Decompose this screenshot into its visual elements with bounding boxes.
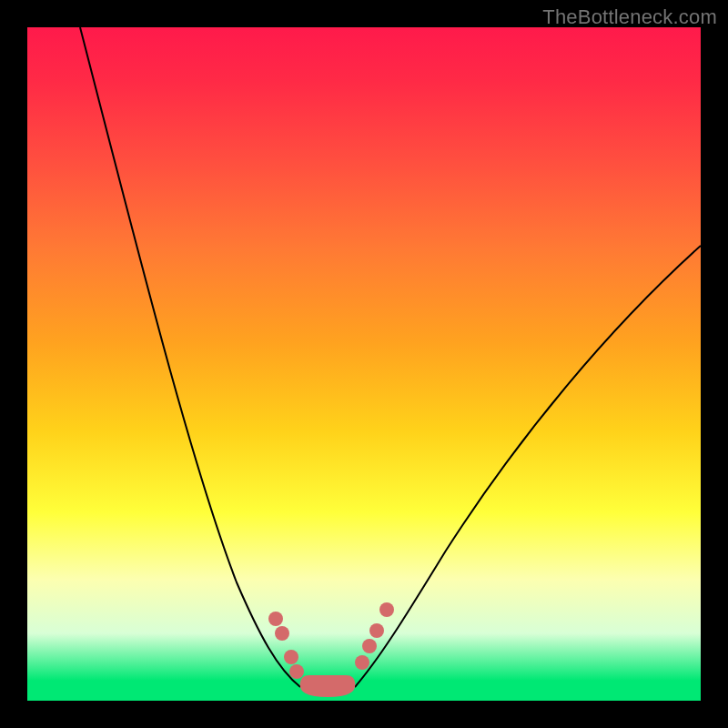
marker-dot — [268, 612, 283, 626]
chart-frame: TheBottleneck.com — [0, 0, 728, 728]
curve-right — [355, 246, 701, 687]
chart-plot-area — [27, 27, 701, 701]
marker-dot — [284, 650, 298, 664]
marker-dot — [379, 602, 394, 617]
marker-dot — [362, 639, 377, 653]
chart-curves — [27, 27, 701, 701]
marker-dot — [289, 664, 304, 679]
curve-left — [80, 27, 300, 687]
watermark-text: TheBottleneck.com — [542, 5, 717, 29]
marker-dot — [355, 655, 369, 670]
marker-dot — [275, 626, 289, 641]
bottom-cluster — [300, 675, 356, 697]
marker-dot — [369, 623, 384, 638]
